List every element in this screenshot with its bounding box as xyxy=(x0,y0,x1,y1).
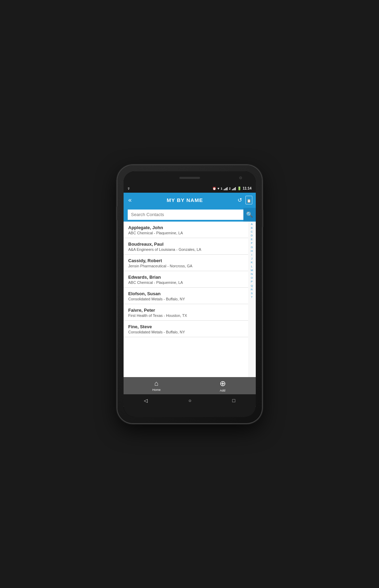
time-display: 11:14 xyxy=(243,186,252,190)
alarm-icon: ⏰ xyxy=(212,187,216,190)
alpha-letter[interactable]: O xyxy=(251,276,253,280)
contacts-panel: Applegate, John ABC Chemical - Plaquemin… xyxy=(124,222,256,377)
alpha-letter[interactable]: R xyxy=(251,288,253,291)
contact-name: Edwards, Brian xyxy=(128,275,243,280)
page-title: MY BY NAME xyxy=(133,197,237,203)
list-item[interactable]: Applegate, John ABC Chemical - Plaquemin… xyxy=(124,222,248,238)
wifi-icon: ▾ xyxy=(218,187,219,190)
carrier2-label: 2 xyxy=(229,187,231,190)
back-nav-icon: ◁ xyxy=(144,398,148,403)
contacts-scroll: Applegate, John ABC Chemical - Plaquemin… xyxy=(124,222,248,377)
contact-name: Applegate, John xyxy=(128,225,243,230)
alpha-letter[interactable]: K xyxy=(251,260,253,264)
alpha-index: ABCDEFGHIJKLMNOPQRST xyxy=(248,222,256,377)
notification-icon: ☿ xyxy=(128,187,130,190)
app-screen: « MY BY NAME ↺ 📋 🔍 xyxy=(124,193,256,407)
report-icon: 📋 xyxy=(247,199,251,203)
search-bar: 🔍 xyxy=(124,208,256,222)
contact-name: Elofson, Susan xyxy=(128,291,243,296)
list-item[interactable]: Fine, Steve Consolidated Metals - Buffal… xyxy=(124,321,248,337)
alpha-letter[interactable]: A xyxy=(251,222,253,226)
alpha-letter[interactable]: Q xyxy=(251,284,253,288)
volume-button xyxy=(116,206,117,220)
list-item[interactable]: Elofson, Susan Consolidated Metals - Buf… xyxy=(124,288,248,304)
speaker xyxy=(179,177,200,179)
list-item[interactable]: Cassidy, Robert Jensin Pharmaceutical - … xyxy=(124,255,248,271)
alpha-letter[interactable]: D xyxy=(251,234,253,237)
app-header: « MY BY NAME ↺ 📋 xyxy=(124,193,256,208)
search-button[interactable]: 🔍 xyxy=(243,208,256,222)
alpha-letter[interactable]: J xyxy=(251,257,253,260)
search-icon: 🔍 xyxy=(246,211,253,218)
carrier1-label: 1 xyxy=(221,187,222,190)
alpha-letter[interactable]: B xyxy=(251,226,253,230)
phone-screen: ☿ ⏰ ▾ 1 2 🔋 1 xyxy=(124,171,256,417)
status-bar: ☿ ⏰ ▾ 1 2 🔋 1 xyxy=(124,184,256,193)
front-camera xyxy=(239,177,242,179)
android-home-button[interactable]: ○ xyxy=(183,396,197,405)
contact-detail: ABC Chemical - Plaquemine, LA xyxy=(128,280,243,285)
add-icon: ⊕ xyxy=(220,379,226,388)
contact-detail: A&A Engineers of Louisiana - Gonzales, L… xyxy=(128,247,243,252)
header-actions: ↺ 📋 xyxy=(237,196,252,204)
list-item[interactable]: Boudreaux, Paul A&A Engineers of Louisia… xyxy=(124,238,248,255)
alpha-letter[interactable]: E xyxy=(251,237,253,241)
refresh-button[interactable]: ↺ xyxy=(237,196,243,204)
list-item[interactable]: Faivre, Peter First Health of Texas - Ho… xyxy=(124,304,248,321)
contact-name: Cassidy, Robert xyxy=(128,258,243,263)
contact-detail: First Health of Texas - Houston, TX xyxy=(128,313,243,318)
alpha-letter[interactable]: N xyxy=(251,272,253,276)
status-right: ⏰ ▾ 1 2 🔋 11:14 xyxy=(212,186,252,190)
android-back-button[interactable]: ◁ xyxy=(138,396,153,405)
recents-nav-icon: □ xyxy=(232,398,235,403)
alpha-letter[interactable]: I xyxy=(251,253,252,257)
top-bezel xyxy=(124,171,256,184)
contact-name: Faivre, Peter xyxy=(128,308,243,313)
alpha-letter[interactable]: T xyxy=(251,295,253,299)
phone-device: ☿ ⏰ ▾ 1 2 🔋 1 xyxy=(117,165,262,423)
android-recents-button[interactable]: □ xyxy=(227,396,241,405)
add-nav-button[interactable]: ⊕ Add xyxy=(190,379,256,392)
alpha-letter[interactable]: S xyxy=(251,291,253,295)
power-button xyxy=(262,210,263,227)
alpha-letter[interactable]: F xyxy=(251,241,253,245)
signal2-bars xyxy=(232,187,236,190)
bottom-bezel xyxy=(124,407,256,417)
contact-detail: ABC Chemical - Plaquemine, LA xyxy=(128,231,243,235)
home-nav-label: Home xyxy=(152,388,160,392)
alpha-letter[interactable]: C xyxy=(251,230,253,234)
home-nav-icon: ○ xyxy=(189,398,191,403)
contact-detail: Consolidated Metals - Buffalo, NY xyxy=(128,330,243,334)
report-button[interactable]: 📋 xyxy=(245,196,252,204)
search-input[interactable] xyxy=(128,210,243,220)
contact-detail: Jensin Pharmaceutical - Norcross, GA xyxy=(128,264,243,268)
contact-name: Fine, Steve xyxy=(128,324,243,329)
back-button[interactable]: « xyxy=(127,195,133,205)
android-nav: ◁ ○ □ xyxy=(124,394,256,407)
alpha-letter[interactable]: L xyxy=(251,265,252,268)
alpha-letter[interactable]: P xyxy=(251,280,253,284)
alpha-letter[interactable]: M xyxy=(251,268,253,272)
bottom-nav: ⌂ Home ⊕ Add xyxy=(124,377,256,394)
contact-name: Boudreaux, Paul xyxy=(128,242,243,247)
home-icon: ⌂ xyxy=(154,379,158,387)
alpha-letter[interactable]: H xyxy=(251,249,253,253)
status-left: ☿ xyxy=(128,187,130,190)
contact-detail: Consolidated Metals - Buffalo, NY xyxy=(128,297,243,301)
list-item[interactable]: Edwards, Brian ABC Chemical - Plaquemine… xyxy=(124,271,248,288)
add-nav-label: Add xyxy=(220,389,225,392)
signal1-bars xyxy=(224,187,228,190)
battery-icon: 🔋 xyxy=(237,186,241,190)
home-nav-button[interactable]: ⌂ Home xyxy=(124,379,190,392)
alpha-letter[interactable]: G xyxy=(251,245,253,249)
